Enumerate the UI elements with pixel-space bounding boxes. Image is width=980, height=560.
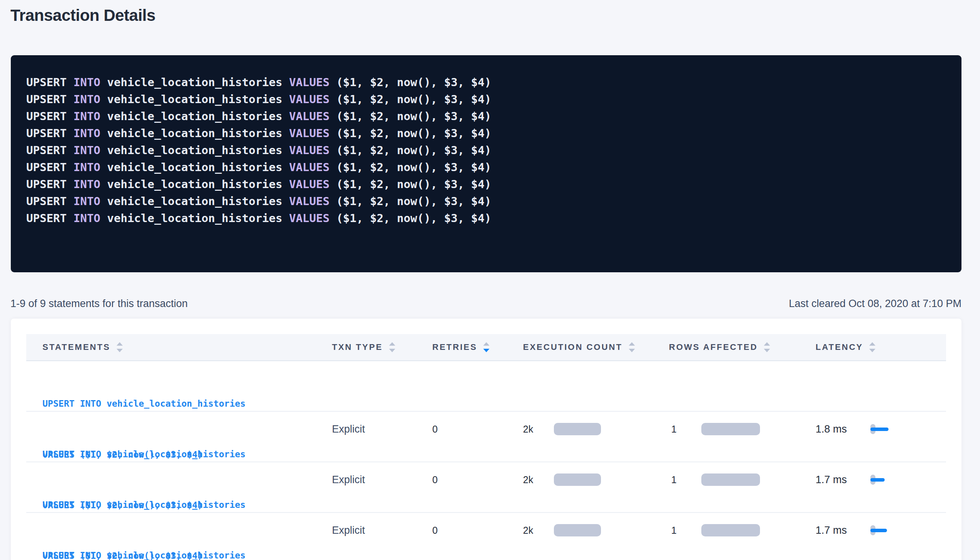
- sql-token: ($1, $2, now(), $3, $4): [336, 195, 491, 208]
- sql-token: ($1, $2, now(), $3, $4): [336, 161, 491, 174]
- execution-count-cell: 2k: [523, 524, 669, 536]
- sort-arrows-icon[interactable]: [764, 342, 770, 352]
- sql-code-line: UPSERT INTO vehicle_location_histories V…: [26, 193, 946, 210]
- table-header-row: STATEMENTS TXN TYPE RETRIES EXECUTION CO…: [26, 334, 946, 361]
- sql-token: UPSERT: [26, 161, 73, 174]
- sql-code-line: UPSERT INTO vehicle_location_histories V…: [26, 176, 946, 193]
- sql-token: ($1, $2, now(), $3, $4): [336, 76, 491, 89]
- latency-cell: 1.8 ms: [816, 423, 946, 435]
- sort-arrows-icon[interactable]: [483, 342, 489, 352]
- sql-token: UPSERT: [26, 195, 73, 208]
- sql-token: vehicle_location_histories: [107, 195, 289, 208]
- latency-value: 1.7 ms: [816, 524, 870, 536]
- statements-count-text: 1-9 of 9 statements for this transaction: [10, 297, 188, 310]
- retries-cell: 0: [432, 474, 523, 485]
- sql-token-keyword: VALUES: [289, 161, 336, 174]
- rows-affected-cell: 1: [669, 524, 816, 536]
- latency-bar: [870, 428, 889, 431]
- column-header-latency[interactable]: LATENCY: [816, 342, 946, 352]
- execution-count-value: 2k: [523, 525, 554, 536]
- sql-token-keyword: INTO: [73, 110, 107, 123]
- latency-bar-chart: [870, 524, 917, 536]
- sql-token: UPSERT: [26, 212, 73, 225]
- column-header-label: EXECUTION COUNT: [523, 342, 623, 352]
- sql-token-keyword: INTO: [73, 161, 107, 174]
- rows-affected-cell: 1: [669, 423, 816, 435]
- sql-token-keyword: VALUES: [289, 110, 336, 123]
- sql-token: vehicle_location_histories: [107, 93, 289, 106]
- page-title: Transaction Details: [10, 5, 980, 25]
- column-header-label: RETRIES: [432, 342, 477, 352]
- rows-affected-value: 1: [669, 525, 701, 536]
- sql-code-line: UPSERT INTO vehicle_location_histories V…: [26, 91, 946, 108]
- rows-affected-bar: [701, 524, 760, 536]
- rows-affected-bar: [701, 473, 760, 486]
- sql-token: UPSERT: [26, 127, 73, 140]
- sql-token: vehicle_location_histories: [107, 127, 289, 140]
- execution-count-value: 2k: [523, 424, 554, 435]
- table-row: UPSERT INTO vehicle_location_histories V…: [26, 513, 946, 560]
- sql-token-keyword: INTO: [73, 93, 107, 106]
- sql-token: ($1, $2, now(), $3, $4): [336, 93, 491, 106]
- execution-count-bar: [554, 423, 601, 435]
- latency-cell: 1.7 ms: [816, 473, 946, 486]
- sql-token-keyword: VALUES: [289, 212, 336, 225]
- execution-count-cell: 2k: [523, 423, 669, 435]
- sql-token-keyword: VALUES: [289, 127, 336, 140]
- column-header-retries[interactable]: RETRIES: [432, 342, 523, 352]
- sql-token: vehicle_location_histories: [107, 212, 289, 225]
- statement-line: UPSERT INTO vehicle_location_histories: [42, 395, 332, 412]
- column-header-label: STATEMENTS: [42, 342, 110, 352]
- statements-table-card: STATEMENTS TXN TYPE RETRIES EXECUTION CO…: [11, 319, 961, 560]
- sort-arrows-icon[interactable]: [117, 342, 123, 352]
- sql-code-line: UPSERT INTO vehicle_location_histories V…: [26, 142, 946, 159]
- column-header-statements[interactable]: STATEMENTS: [26, 342, 332, 352]
- sql-token: ($1, $2, now(), $3, $4): [336, 212, 491, 225]
- latency-bar-chart: [870, 423, 917, 435]
- column-header-label: ROWS AFFECTED: [669, 342, 758, 352]
- sql-token-keyword: INTO: [73, 127, 107, 140]
- table-row: UPSERT INTO vehicle_location_histories V…: [26, 412, 946, 462]
- sql-token: vehicle_location_histories: [107, 161, 289, 174]
- execution-count-value: 2k: [523, 474, 554, 485]
- sql-token: UPSERT: [26, 110, 73, 123]
- sql-token-keyword: VALUES: [289, 93, 336, 106]
- table-row: UPSERT INTO vehicle_location_histories V…: [26, 462, 946, 513]
- sql-token-keyword: VALUES: [289, 195, 336, 208]
- sql-token-keyword: INTO: [73, 76, 107, 89]
- column-header-execution-count[interactable]: EXECUTION COUNT: [523, 342, 669, 352]
- sql-token: UPSERT: [26, 178, 73, 191]
- sql-token: UPSERT: [26, 93, 73, 106]
- sort-arrows-icon[interactable]: [629, 342, 635, 352]
- column-header-txn-type[interactable]: TXN TYPE: [332, 342, 432, 352]
- sql-token-keyword: VALUES: [289, 178, 336, 191]
- execution-count-cell: 2k: [523, 473, 669, 486]
- sort-arrows-icon[interactable]: [389, 342, 395, 352]
- sql-token-keyword: VALUES: [289, 76, 336, 89]
- sql-code-line: UPSERT INTO vehicle_location_histories V…: [26, 108, 946, 125]
- transaction-details-page: Transaction Details UPSERT INTO vehicle_…: [0, 0, 980, 560]
- sql-token: ($1, $2, now(), $3, $4): [336, 127, 491, 140]
- execution-count-bar: [554, 524, 601, 536]
- txn-type-cell: Explicit: [332, 423, 432, 435]
- sql-token: ($1, $2, now(), $3, $4): [336, 144, 491, 157]
- last-cleared-text: Last cleared Oct 08, 2020 at 7:10 PM: [789, 297, 961, 310]
- sql-token: vehicle_location_histories: [107, 178, 289, 191]
- table-row: UPSERT INTO vehicle_location_histories V…: [26, 361, 946, 412]
- latency-bar-chart: [870, 473, 917, 486]
- latency-bar: [870, 529, 887, 532]
- rows-affected-cell: 1: [669, 473, 816, 486]
- statement-line: UPSERT INTO vehicle_location_histories: [42, 547, 332, 560]
- latency-bar: [870, 478, 885, 482]
- sql-code-line: UPSERT INTO vehicle_location_histories V…: [26, 74, 946, 91]
- column-header-rows-affected[interactable]: ROWS AFFECTED: [669, 342, 816, 352]
- sort-arrows-icon[interactable]: [869, 342, 875, 352]
- sql-statements-box: UPSERT INTO vehicle_location_histories V…: [11, 55, 961, 272]
- sql-code-line: UPSERT INTO vehicle_location_histories V…: [26, 125, 946, 142]
- column-header-label: LATENCY: [816, 342, 863, 352]
- statement-link[interactable]: UPSERT INTO vehicle_location_histories V…: [26, 513, 332, 560]
- sql-token: UPSERT: [26, 144, 73, 157]
- sql-token-keyword: INTO: [73, 178, 107, 191]
- sql-token-keyword: INTO: [73, 212, 107, 225]
- column-header-label: TXN TYPE: [332, 342, 383, 352]
